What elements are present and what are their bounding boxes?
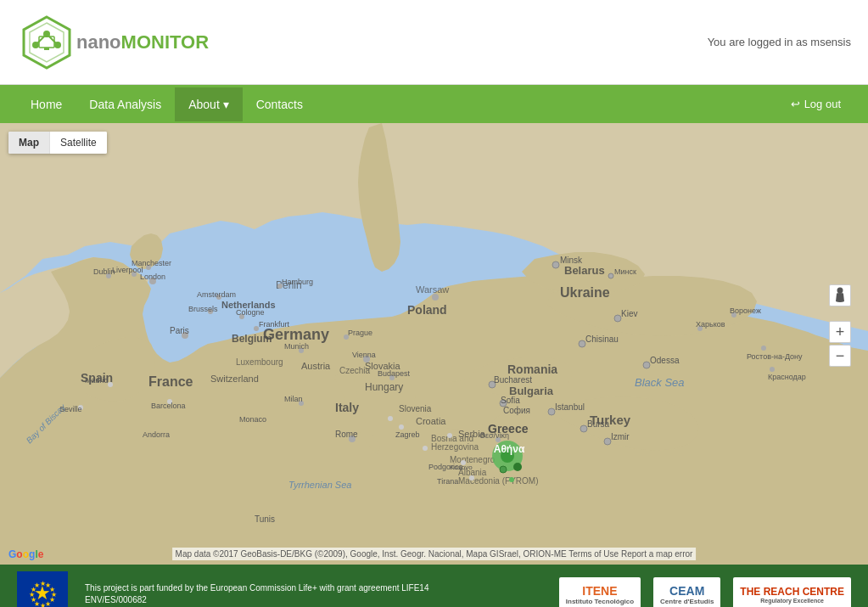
svg-text:Prague: Prague bbox=[348, 329, 372, 337]
svg-text:Andorra: Andorra bbox=[143, 430, 170, 439]
svg-point-65 bbox=[513, 463, 522, 471]
svg-text:София: София bbox=[503, 406, 530, 415]
svg-text:Croatia: Croatia bbox=[416, 416, 446, 426]
map-svg: Germany France Spain Italy Poland Ukrain… bbox=[0, 123, 868, 565]
svg-text:Liverpool: Liverpool bbox=[112, 266, 143, 274]
svg-text:Tunis: Tunis bbox=[255, 514, 275, 524]
svg-text:Luxembourg: Luxembourg bbox=[236, 357, 283, 367]
map-container[interactable]: Map Satellite bbox=[0, 123, 868, 565]
navbar: Home Data Analysis About ▾ Contacts ↩ Lo… bbox=[0, 85, 868, 123]
svg-text:Switzerland: Switzerland bbox=[210, 374, 259, 384]
svg-text:Madrid: Madrid bbox=[85, 376, 109, 385]
logo-area: nanoMONITOR bbox=[17, 13, 209, 72]
svg-text:Cologne: Cologne bbox=[236, 308, 265, 317]
svg-point-120 bbox=[761, 346, 766, 351]
svg-text:Kosovo: Kosovo bbox=[450, 464, 473, 471]
svg-point-44 bbox=[608, 273, 613, 278]
svg-point-42 bbox=[552, 261, 559, 268]
svg-text:Zagreb: Zagreb bbox=[395, 430, 420, 439]
svg-text:Kiev: Kiev bbox=[621, 309, 637, 318]
eu-flag-icon: ★ ★ ★ ★ ★ ★ ★ ★ ★ ★ ★ ★ ★ bbox=[17, 571, 68, 608]
footer-logo-reach: THE REACH CENTRE Regulatory Excellence bbox=[733, 577, 851, 607]
zoom-in-button[interactable]: + bbox=[829, 321, 851, 343]
svg-text:Харьков: Харьков bbox=[696, 320, 725, 329]
map-type-map-button[interactable]: Map bbox=[8, 132, 50, 154]
svg-text:Tyrrhenian Sea: Tyrrhenian Sea bbox=[288, 480, 351, 490]
svg-text:Warsaw: Warsaw bbox=[416, 284, 449, 295]
svg-text:Tirana: Tirana bbox=[437, 477, 458, 486]
svg-point-61 bbox=[604, 438, 611, 445]
svg-text:Slovenia: Slovenia bbox=[399, 404, 432, 413]
nav-item-data-analysis[interactable]: Data Analysis bbox=[76, 87, 175, 121]
nav-item-about[interactable]: About ▾ bbox=[175, 87, 242, 121]
svg-text:Rome: Rome bbox=[335, 430, 358, 439]
svg-text:Sofia: Sofia bbox=[501, 396, 520, 405]
svg-text:London: London bbox=[140, 273, 165, 281]
svg-text:Краснодар: Краснодар bbox=[768, 373, 806, 381]
nav-left: Home Data Analysis About ▾ Contacts bbox=[17, 87, 316, 121]
map-type-satellite-button[interactable]: Satellite bbox=[50, 132, 107, 154]
svg-text:Brussels: Brussels bbox=[188, 305, 218, 313]
logout-icon: ↩ bbox=[791, 98, 800, 110]
pegman-control[interactable] bbox=[829, 284, 851, 306]
svg-text:Poland: Poland bbox=[407, 303, 447, 317]
nav-item-home[interactable]: Home bbox=[17, 87, 76, 121]
svg-point-80 bbox=[447, 433, 452, 438]
svg-text:Munich: Munich bbox=[284, 342, 309, 351]
svg-point-85 bbox=[108, 382, 113, 387]
logout-button[interactable]: ↩ Log out bbox=[781, 91, 851, 117]
svg-line-5 bbox=[36, 34, 47, 45]
svg-text:Monaco: Monaco bbox=[239, 415, 266, 424]
svg-text:Austria: Austria bbox=[301, 361, 331, 371]
map-attribution: Map data ©2017 GeoBasis-DE/BKG (©2009), … bbox=[172, 548, 697, 560]
footer-text-line1: This project is part funded by the Europ… bbox=[85, 582, 542, 594]
svg-text:Czechia: Czechia bbox=[339, 366, 371, 375]
svg-text:Romania: Romania bbox=[507, 363, 557, 376]
footer-logos: ITENE Instituto Tecnológico CEAM Centre … bbox=[559, 577, 851, 607]
svg-point-131 bbox=[837, 288, 843, 294]
svg-text:Paris: Paris bbox=[170, 326, 189, 335]
pegman-icon bbox=[833, 287, 847, 304]
svg-point-57 bbox=[548, 408, 555, 415]
svg-point-46 bbox=[614, 315, 621, 322]
svg-text:Germany: Germany bbox=[263, 326, 329, 343]
svg-text:Milan: Milan bbox=[284, 395, 303, 403]
svg-point-117 bbox=[432, 294, 439, 301]
svg-marker-0 bbox=[24, 17, 70, 68]
logo-text: nanoMONITOR bbox=[76, 31, 209, 53]
zoom-controls: + − bbox=[829, 321, 851, 367]
svg-point-77 bbox=[399, 424, 404, 430]
nav-item-contacts[interactable]: Contacts bbox=[243, 87, 316, 121]
svg-text:Seville: Seville bbox=[59, 405, 82, 413]
svg-text:Amsterdam: Amsterdam bbox=[197, 290, 236, 299]
svg-text:Αθήνα: Αθήνα bbox=[494, 443, 525, 455]
svg-text:Hungary: Hungary bbox=[365, 381, 403, 393]
svg-text:France: France bbox=[148, 374, 193, 389]
svg-text:Bucharest: Bucharest bbox=[494, 375, 532, 385]
footer-logo-ceam: CEAM Centre d'Estudis bbox=[653, 577, 720, 607]
svg-point-68 bbox=[500, 466, 507, 473]
svg-point-76 bbox=[388, 416, 393, 421]
svg-text:Bursa: Bursa bbox=[587, 419, 610, 429]
svg-point-124 bbox=[770, 367, 775, 372]
svg-text:Budapest: Budapest bbox=[378, 369, 411, 378]
svg-text:★: ★ bbox=[34, 581, 40, 588]
svg-point-67 bbox=[509, 477, 514, 482]
svg-text:Izmir: Izmir bbox=[611, 432, 630, 441]
svg-text:Ukraine: Ukraine bbox=[560, 285, 610, 300]
svg-text:Hamburg: Hamburg bbox=[282, 278, 313, 286]
svg-line-6 bbox=[47, 34, 58, 45]
svg-text:★: ★ bbox=[45, 599, 51, 607]
logo-icon bbox=[17, 13, 76, 72]
google-logo: Google bbox=[8, 548, 43, 560]
svg-text:Black Sea: Black Sea bbox=[635, 376, 685, 389]
svg-text:Odessa: Odessa bbox=[650, 356, 680, 365]
footer-text: This project is part funded by the Europ… bbox=[85, 582, 542, 606]
svg-text:Θεσ/νίκη: Θεσ/νίκη bbox=[479, 431, 509, 440]
svg-text:Belarus: Belarus bbox=[564, 264, 605, 277]
svg-text:Ростов-на-Дону: Ростов-на-Дону bbox=[747, 352, 803, 361]
zoom-out-button[interactable]: − bbox=[829, 345, 851, 367]
svg-text:Belgium: Belgium bbox=[232, 333, 272, 345]
svg-text:★: ★ bbox=[40, 601, 46, 607]
svg-text:Frankfurt: Frankfurt bbox=[259, 320, 290, 329]
